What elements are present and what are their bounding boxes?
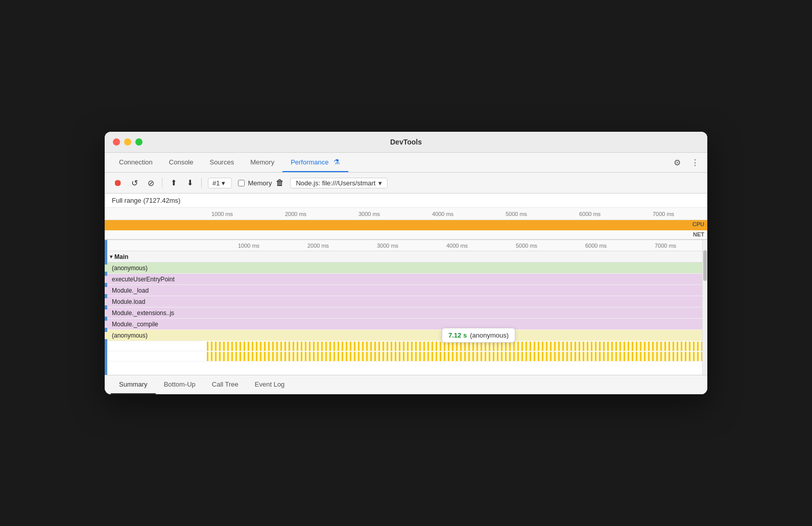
clean-js-button[interactable]: 🗑 [276,178,284,187]
tab-memory[interactable]: Memory [242,153,282,172]
net-label: NET [693,231,704,237]
trace-row-label: Module._compile [105,321,207,328]
clear-button[interactable]: ⊘ [144,176,158,190]
scrollbar-track[interactable] [702,240,707,375]
chevron-down-icon: ▾ [222,179,225,187]
trace-ruler: 1000 ms 2000 ms 3000 ms 4000 ms 5000 ms … [105,240,707,251]
window-title: DevTools [390,138,422,146]
trace-tick-2: 2000 ms [283,243,353,249]
trace-row-module-compile[interactable]: Module._compile [105,319,707,330]
timeline-overview: Full range (7127.42ms) 1000 ms 2000 ms 3… [105,194,707,240]
separator-1 [162,178,162,188]
trace-tick-3: 3000 ms [353,243,422,249]
tick-1: 1000 ms [185,211,259,217]
trace-row-module-load[interactable]: Module._load [105,285,707,296]
tick-2: 2000 ms [259,211,332,217]
trace-tick-6: 6000 ms [561,243,631,249]
tab-call-tree[interactable]: Call Tree [204,375,247,394]
tick-4: 4000 ms [406,211,480,217]
settings-icon[interactable]: ⚙ [672,156,683,170]
main-tabs: Connection Console Sources Memory Perfor… [105,153,707,173]
tick-7: 7000 ms [627,211,700,217]
tab-bottom-up[interactable]: Bottom-Up [156,375,204,394]
main-section-header[interactable]: ▾ Main [105,251,707,262]
trace-row-execute[interactable]: executeUserEntryPoint 7.12 s (anonymous) [105,274,707,285]
trace-row-label: Module.load [105,298,207,305]
net-row: NET [105,230,707,240]
trace-row-bars-2 [105,351,707,362]
trace-row-label: Module._extensions..js [105,309,207,317]
record-button[interactable]: ⏺ [111,176,125,190]
trace-tick-5: 5000 ms [492,243,561,249]
memory-checkbox-label: Memory [248,179,272,187]
trace-row-label: Module._load [105,287,207,294]
tick-3: 3000 ms [332,211,406,217]
trace-row-label: (anonymous) [105,332,207,339]
trace-row-bars-1 [105,341,707,351]
trace-tick-7: 7000 ms [631,243,700,249]
scrollbar-thumb[interactable] [703,250,707,281]
node-target-selector[interactable]: Node.js: file:///Users/stmart ▾ [290,178,388,188]
trace-row-module-ext[interactable]: Module._extensions..js [105,307,707,319]
profile-selector[interactable]: #1 ▾ [208,178,232,188]
tab-connection[interactable]: Connection [111,153,161,172]
cpu-bar: CPU [105,220,707,230]
full-range-label: Full range (7127.42ms) [105,194,707,208]
memory-checkbox-group: Memory [238,179,272,187]
trace-row-module-load2[interactable]: Module.load [105,296,707,307]
more-icon[interactable]: ⋮ [689,156,701,170]
reload-button[interactable]: ↺ [127,176,141,190]
separator-2 [201,178,202,188]
trace-tick-1: 1000 ms [214,243,283,249]
minimize-button[interactable] [124,138,131,146]
node-chevron-icon: ▾ [378,179,382,187]
download-button[interactable]: ⬇ [183,176,197,190]
memory-checkbox[interactable] [238,180,245,186]
close-button[interactable] [113,138,120,146]
trace-tick-4: 4000 ms [422,243,492,249]
left-accent-bar [105,240,107,375]
tab-sources[interactable]: Sources [201,153,242,172]
traffic-lights [113,138,142,146]
trace-spacer [105,362,707,375]
trace-rows: (anonymous) executeUserEntryPoint 7.12 s… [105,262,707,375]
trace-row-anonymous-2[interactable]: (anonymous) [105,330,707,341]
titlebar: DevTools [105,132,707,153]
toolbar: ⏺ ↺ ⊘ ⬆ ⬇ #1 ▾ Memory 🗑 Node.js: file://… [105,173,707,194]
tick-6: 6000 ms [553,211,627,217]
devtools-window: DevTools Connection Console Sources Memo… [105,132,707,394]
timeline-ruler: 1000 ms 2000 ms 3000 ms 4000 ms 5000 ms … [105,208,707,220]
tick-5: 5000 ms [480,211,553,217]
tab-console[interactable]: Console [161,153,202,172]
maximize-button[interactable] [135,138,142,146]
upload-button[interactable]: ⬆ [166,176,181,190]
trace-row-label: executeUserEntryPoint [105,276,207,283]
section-label: Main [114,253,128,260]
yellow-bars-1 [207,342,707,351]
trace-row-label: (anonymous) [105,265,207,272]
tab-performance[interactable]: Performance ⚗ [282,153,348,172]
performance-flask-icon: ⚗ [333,158,340,166]
tooltip-label: (anonymous) [470,331,509,339]
tab-actions: ⚙ ⋮ [672,156,701,170]
bottom-tabs: Summary Bottom-Up Call Tree Event Log [105,375,707,394]
trace-area: 1000 ms 2000 ms 3000 ms 4000 ms 5000 ms … [105,240,707,375]
trace-row-anonymous-1[interactable]: (anonymous) [105,262,707,274]
tooltip-time: 7.12 s [448,331,467,339]
section-expand-icon: ▾ [110,254,112,259]
tab-summary[interactable]: Summary [111,375,156,394]
tooltip: 7.12 s (anonymous) [442,328,515,343]
tab-event-log[interactable]: Event Log [247,375,293,394]
cpu-label: CPU [692,221,704,227]
yellow-bars-2 [207,352,707,361]
